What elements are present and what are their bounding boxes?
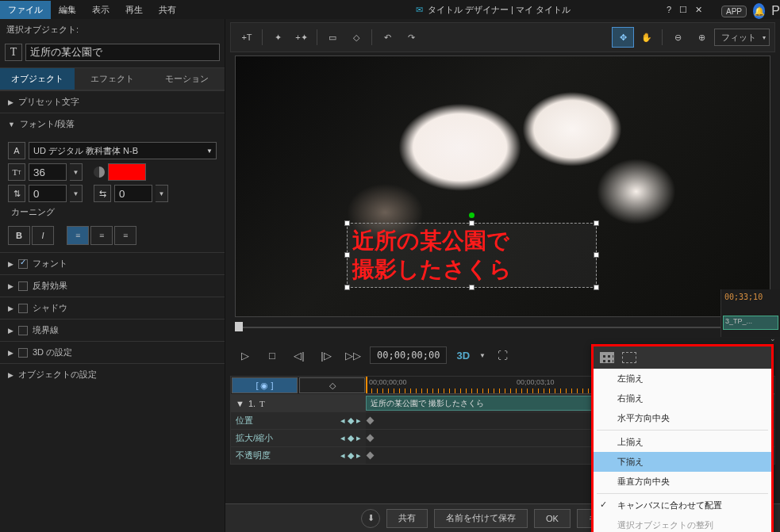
track-header-main[interactable]: ▼1.T	[231, 395, 366, 411]
menu-edit[interactable]: 編集	[51, 1, 84, 19]
menu-view[interactable]: 表示	[84, 1, 117, 19]
expand-icon: ▼	[8, 121, 15, 128]
shape-button[interactable]: ◇	[345, 27, 367, 48]
maximize-button[interactable]: ☐	[679, 5, 687, 15]
ruler-tick-0: 00;00;00;00	[369, 378, 407, 386]
kerning-label: カーニング	[11, 206, 55, 218]
font-size-input[interactable]	[29, 163, 67, 181]
curve-mode-button[interactable]: ◇	[299, 377, 365, 393]
selection-label: 選択オブジェクト:	[0, 19, 225, 40]
ctx-align-right[interactable]: 右揃え	[594, 388, 771, 408]
ctx-align-bottom[interactable]: 下揃え	[594, 452, 771, 472]
title-text-content[interactable]: 近所の某公園で撮影したさくら	[348, 224, 596, 288]
app-pill[interactable]: APP	[721, 6, 747, 17]
tab-effect[interactable]: エフェクト	[75, 68, 149, 90]
track-opacity[interactable]: 不透明度◂ ◆ ▸	[231, 447, 366, 464]
tab-object[interactable]: オブジェクト	[0, 68, 75, 90]
tab-motion[interactable]: モーション	[150, 68, 225, 90]
preview-slider[interactable]	[235, 320, 770, 335]
3d-checkbox[interactable]	[18, 348, 28, 358]
color-mode-icon[interactable]	[94, 166, 105, 178]
section-border[interactable]: ▶境界線	[0, 319, 225, 341]
section-objset[interactable]: ▶オブジェクトの設定	[0, 363, 225, 385]
align-left-button[interactable]: ≡	[67, 226, 89, 245]
ctx-align-hcenter[interactable]: 水平方向中央	[594, 408, 771, 428]
next-frame-button[interactable]: |▷	[316, 345, 336, 366]
line-spacing-input[interactable]	[29, 185, 67, 202]
italic-button[interactable]: I	[32, 226, 54, 245]
ctx-fit-canvas[interactable]: ✓キャンバスに合わせて配置	[594, 496, 771, 515]
section-3d[interactable]: ▶3D の設定	[0, 341, 225, 363]
border-label: 境界線	[33, 324, 59, 336]
char-spacing-drop[interactable]: ▼	[156, 185, 168, 202]
stop-button[interactable]: □	[262, 345, 282, 366]
particle-button[interactable]: ✦	[267, 27, 289, 48]
reflect-checkbox[interactable]	[18, 281, 28, 291]
redo-button[interactable]: ↷	[400, 27, 422, 48]
align-grid-icon[interactable]	[600, 352, 614, 363]
ctx-align-top[interactable]: 上揃え	[594, 432, 771, 452]
font-a-icon: A	[8, 142, 25, 159]
ctx-align-left[interactable]: 左揃え	[594, 369, 771, 388]
title-text-object[interactable]: 近所の某公園で撮影したさくら	[347, 223, 597, 288]
timecode-display[interactable]: 00;00;00;00	[370, 346, 447, 364]
selection-input[interactable]	[25, 44, 220, 61]
chevron-down-icon[interactable]: ⌄	[767, 333, 778, 344]
preview-canvas[interactable]: 近所の某公園で撮影したさくら	[235, 55, 770, 317]
align-center-button[interactable]: ≡	[90, 226, 113, 245]
section-reflect[interactable]: ▶反射効果	[0, 274, 225, 297]
font-checkbox[interactable]	[18, 259, 28, 269]
border-checkbox[interactable]	[18, 326, 28, 335]
close-button[interactable]: ✕	[695, 5, 702, 15]
font-family-combo[interactable]: UD デジタル 教科書体 N-B▼	[29, 142, 217, 159]
save-as-button[interactable]: 名前を付けて保存	[434, 509, 528, 528]
keyframe-mode-button[interactable]: [ ◉ ]	[232, 377, 298, 393]
hand-tool-button[interactable]: ✋	[636, 27, 658, 48]
image-button[interactable]: ▭	[321, 27, 344, 48]
undo-button[interactable]: ↶	[376, 27, 398, 48]
ok-button[interactable]: OK	[534, 509, 571, 528]
menu-share[interactable]: 共有	[151, 1, 184, 19]
play-button[interactable]: ▷	[235, 345, 256, 366]
add-text-button[interactable]: +T	[236, 27, 258, 48]
fullscreen-button[interactable]: ⛶	[492, 345, 513, 366]
zoom-in-button[interactable]: ⊕	[690, 27, 713, 48]
notification-icon[interactable]: 🔔	[753, 3, 765, 19]
section-preset[interactable]: ▶ プリセット文字	[0, 90, 225, 113]
help-button[interactable]: ?	[667, 5, 671, 15]
download-icon[interactable]: ⬇	[361, 509, 380, 528]
external-clip[interactable]: 3_TP_...	[723, 316, 778, 330]
rotate-handle[interactable]	[469, 212, 475, 218]
fx-button[interactable]: +✦	[290, 27, 313, 48]
section-font-toggle[interactable]: ▶フォント	[0, 252, 225, 274]
menu-play[interactable]: 再生	[117, 1, 151, 19]
menu-file[interactable]: ファイル	[0, 1, 51, 19]
section-font[interactable]: ▼ フォント/段落	[0, 113, 225, 135]
fast-forward-button[interactable]: ▷▷	[343, 345, 363, 366]
playhead[interactable]	[366, 377, 367, 393]
share-button[interactable]: 共有	[386, 509, 428, 528]
shadow-checkbox[interactable]	[18, 304, 28, 313]
prev-frame-button[interactable]: ◁|	[289, 345, 309, 366]
collapse-icon: ▶	[8, 98, 13, 106]
section-shadow[interactable]: ▶シャドウ	[0, 297, 225, 319]
track-scale[interactable]: 拡大/縮小◂ ◆ ▸	[231, 430, 366, 446]
move-tool-button[interactable]: ✥	[612, 27, 634, 48]
font-size-icon: TT	[8, 163, 25, 181]
line-spacing-drop[interactable]: ▼	[70, 185, 83, 202]
align-right-button[interactable]: ≡	[114, 226, 136, 245]
3d-toggle[interactable]: 3D	[456, 350, 470, 362]
font-size-drop[interactable]: ▼	[70, 163, 83, 181]
line-spacing-icon: ⇅	[8, 185, 25, 202]
bold-button[interactable]: B	[8, 226, 30, 245]
align-safe-icon[interactable]	[622, 352, 636, 363]
ctx-align-vcenter[interactable]: 垂直方向中央	[594, 472, 771, 492]
zoom-fit-combo[interactable]: フィット	[714, 29, 770, 46]
char-spacing-icon: ⇆	[94, 185, 111, 202]
slider-thumb[interactable]	[235, 322, 243, 331]
preset-label: プリセット文字	[18, 96, 79, 108]
char-spacing-input[interactable]	[114, 185, 152, 202]
track-position[interactable]: 位置◂ ◆ ▸	[231, 412, 366, 429]
zoom-out-button[interactable]: ⊖	[667, 27, 689, 48]
font-color-swatch[interactable]	[108, 163, 146, 181]
